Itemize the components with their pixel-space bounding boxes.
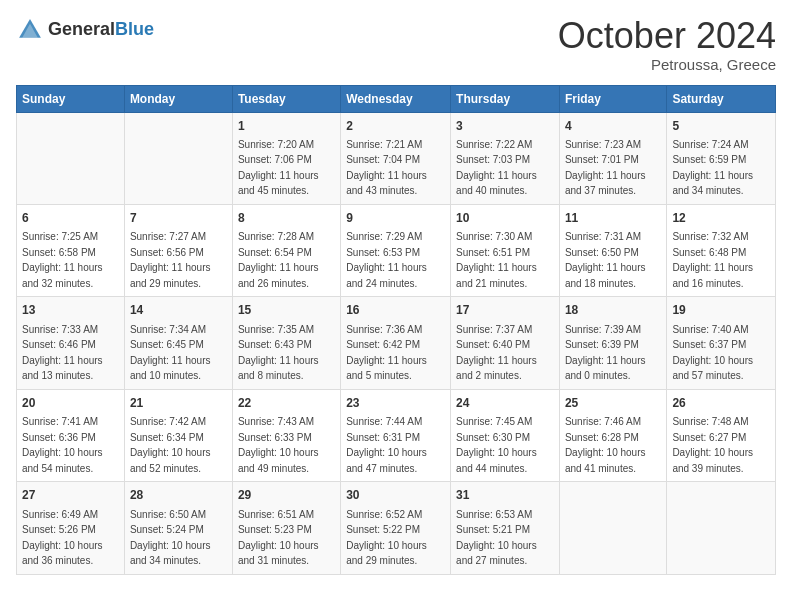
weekday-header: Monday: [124, 85, 232, 112]
weekday-header: Wednesday: [341, 85, 451, 112]
day-number: 28: [130, 487, 227, 504]
day-info: Sunrise: 7:41 AM Sunset: 6:36 PM Dayligh…: [22, 416, 103, 474]
day-number: 1: [238, 118, 335, 135]
calendar-cell: [17, 112, 125, 204]
day-info: Sunrise: 6:53 AM Sunset: 5:21 PM Dayligh…: [456, 509, 537, 567]
calendar-cell: 25Sunrise: 7:46 AM Sunset: 6:28 PM Dayli…: [559, 389, 666, 481]
day-info: Sunrise: 7:48 AM Sunset: 6:27 PM Dayligh…: [672, 416, 753, 474]
calendar-cell: 7Sunrise: 7:27 AM Sunset: 6:56 PM Daylig…: [124, 204, 232, 296]
day-info: Sunrise: 7:31 AM Sunset: 6:50 PM Dayligh…: [565, 231, 646, 289]
day-info: Sunrise: 7:30 AM Sunset: 6:51 PM Dayligh…: [456, 231, 537, 289]
day-info: Sunrise: 7:23 AM Sunset: 7:01 PM Dayligh…: [565, 139, 646, 197]
day-info: Sunrise: 7:34 AM Sunset: 6:45 PM Dayligh…: [130, 324, 211, 382]
calendar-week-row: 20Sunrise: 7:41 AM Sunset: 6:36 PM Dayli…: [17, 389, 776, 481]
day-number: 9: [346, 210, 445, 227]
calendar-cell: 19Sunrise: 7:40 AM Sunset: 6:37 PM Dayli…: [667, 297, 776, 389]
day-number: 17: [456, 302, 554, 319]
calendar-cell: 14Sunrise: 7:34 AM Sunset: 6:45 PM Dayli…: [124, 297, 232, 389]
day-info: Sunrise: 7:20 AM Sunset: 7:06 PM Dayligh…: [238, 139, 319, 197]
calendar-table: SundayMondayTuesdayWednesdayThursdayFrid…: [16, 85, 776, 575]
calendar-cell: 8Sunrise: 7:28 AM Sunset: 6:54 PM Daylig…: [232, 204, 340, 296]
day-info: Sunrise: 7:32 AM Sunset: 6:48 PM Dayligh…: [672, 231, 753, 289]
calendar-header: SundayMondayTuesdayWednesdayThursdayFrid…: [17, 85, 776, 112]
day-number: 19: [672, 302, 770, 319]
day-number: 7: [130, 210, 227, 227]
calendar-cell: 27Sunrise: 6:49 AM Sunset: 5:26 PM Dayli…: [17, 482, 125, 574]
page-header: General Blue October 2024 Petroussa, Gre…: [16, 16, 776, 73]
calendar-cell: 1Sunrise: 7:20 AM Sunset: 7:06 PM Daylig…: [232, 112, 340, 204]
location: Petroussa, Greece: [558, 56, 776, 73]
day-number: 13: [22, 302, 119, 319]
day-number: 3: [456, 118, 554, 135]
calendar-week-row: 1Sunrise: 7:20 AM Sunset: 7:06 PM Daylig…: [17, 112, 776, 204]
day-info: Sunrise: 7:42 AM Sunset: 6:34 PM Dayligh…: [130, 416, 211, 474]
day-info: Sunrise: 7:37 AM Sunset: 6:40 PM Dayligh…: [456, 324, 537, 382]
day-number: 18: [565, 302, 661, 319]
calendar-week-row: 27Sunrise: 6:49 AM Sunset: 5:26 PM Dayli…: [17, 482, 776, 574]
day-info: Sunrise: 7:21 AM Sunset: 7:04 PM Dayligh…: [346, 139, 427, 197]
calendar-cell: 24Sunrise: 7:45 AM Sunset: 6:30 PM Dayli…: [451, 389, 560, 481]
day-number: 6: [22, 210, 119, 227]
day-number: 22: [238, 395, 335, 412]
calendar-cell: 18Sunrise: 7:39 AM Sunset: 6:39 PM Dayli…: [559, 297, 666, 389]
calendar-cell: 4Sunrise: 7:23 AM Sunset: 7:01 PM Daylig…: [559, 112, 666, 204]
day-number: 31: [456, 487, 554, 504]
calendar-cell: 6Sunrise: 7:25 AM Sunset: 6:58 PM Daylig…: [17, 204, 125, 296]
weekday-header: Thursday: [451, 85, 560, 112]
calendar-cell: 21Sunrise: 7:42 AM Sunset: 6:34 PM Dayli…: [124, 389, 232, 481]
day-info: Sunrise: 6:49 AM Sunset: 5:26 PM Dayligh…: [22, 509, 103, 567]
day-number: 10: [456, 210, 554, 227]
weekday-header: Saturday: [667, 85, 776, 112]
calendar-cell: 31Sunrise: 6:53 AM Sunset: 5:21 PM Dayli…: [451, 482, 560, 574]
day-info: Sunrise: 7:43 AM Sunset: 6:33 PM Dayligh…: [238, 416, 319, 474]
calendar-cell: 16Sunrise: 7:36 AM Sunset: 6:42 PM Dayli…: [341, 297, 451, 389]
day-number: 20: [22, 395, 119, 412]
day-number: 11: [565, 210, 661, 227]
day-number: 29: [238, 487, 335, 504]
weekday-header: Friday: [559, 85, 666, 112]
day-info: Sunrise: 7:39 AM Sunset: 6:39 PM Dayligh…: [565, 324, 646, 382]
calendar-cell: 10Sunrise: 7:30 AM Sunset: 6:51 PM Dayli…: [451, 204, 560, 296]
day-number: 21: [130, 395, 227, 412]
day-number: 14: [130, 302, 227, 319]
day-info: Sunrise: 7:45 AM Sunset: 6:30 PM Dayligh…: [456, 416, 537, 474]
day-info: Sunrise: 7:27 AM Sunset: 6:56 PM Dayligh…: [130, 231, 211, 289]
calendar-cell: 11Sunrise: 7:31 AM Sunset: 6:50 PM Dayli…: [559, 204, 666, 296]
day-number: 30: [346, 487, 445, 504]
month-title: October 2024: [558, 16, 776, 56]
day-number: 26: [672, 395, 770, 412]
calendar-cell: 12Sunrise: 7:32 AM Sunset: 6:48 PM Dayli…: [667, 204, 776, 296]
calendar-cell: [667, 482, 776, 574]
day-info: Sunrise: 7:40 AM Sunset: 6:37 PM Dayligh…: [672, 324, 753, 382]
day-number: 5: [672, 118, 770, 135]
day-info: Sunrise: 7:25 AM Sunset: 6:58 PM Dayligh…: [22, 231, 103, 289]
calendar-cell: 30Sunrise: 6:52 AM Sunset: 5:22 PM Dayli…: [341, 482, 451, 574]
logo-blue: Blue: [115, 20, 154, 40]
day-info: Sunrise: 6:51 AM Sunset: 5:23 PM Dayligh…: [238, 509, 319, 567]
day-info: Sunrise: 7:44 AM Sunset: 6:31 PM Dayligh…: [346, 416, 427, 474]
day-info: Sunrise: 7:35 AM Sunset: 6:43 PM Dayligh…: [238, 324, 319, 382]
day-number: 12: [672, 210, 770, 227]
calendar-cell: [124, 112, 232, 204]
calendar-cell: 23Sunrise: 7:44 AM Sunset: 6:31 PM Dayli…: [341, 389, 451, 481]
calendar-week-row: 6Sunrise: 7:25 AM Sunset: 6:58 PM Daylig…: [17, 204, 776, 296]
day-info: Sunrise: 7:29 AM Sunset: 6:53 PM Dayligh…: [346, 231, 427, 289]
calendar-cell: 20Sunrise: 7:41 AM Sunset: 6:36 PM Dayli…: [17, 389, 125, 481]
logo-icon: [16, 16, 44, 44]
calendar-week-row: 13Sunrise: 7:33 AM Sunset: 6:46 PM Dayli…: [17, 297, 776, 389]
day-info: Sunrise: 6:52 AM Sunset: 5:22 PM Dayligh…: [346, 509, 427, 567]
day-info: Sunrise: 6:50 AM Sunset: 5:24 PM Dayligh…: [130, 509, 211, 567]
day-info: Sunrise: 7:24 AM Sunset: 6:59 PM Dayligh…: [672, 139, 753, 197]
calendar-cell: 5Sunrise: 7:24 AM Sunset: 6:59 PM Daylig…: [667, 112, 776, 204]
day-number: 23: [346, 395, 445, 412]
calendar-cell: 9Sunrise: 7:29 AM Sunset: 6:53 PM Daylig…: [341, 204, 451, 296]
calendar-cell: 2Sunrise: 7:21 AM Sunset: 7:04 PM Daylig…: [341, 112, 451, 204]
calendar-cell: 15Sunrise: 7:35 AM Sunset: 6:43 PM Dayli…: [232, 297, 340, 389]
day-number: 15: [238, 302, 335, 319]
day-info: Sunrise: 7:46 AM Sunset: 6:28 PM Dayligh…: [565, 416, 646, 474]
calendar-cell: 28Sunrise: 6:50 AM Sunset: 5:24 PM Dayli…: [124, 482, 232, 574]
day-number: 24: [456, 395, 554, 412]
day-number: 4: [565, 118, 661, 135]
calendar-cell: 22Sunrise: 7:43 AM Sunset: 6:33 PM Dayli…: [232, 389, 340, 481]
calendar-cell: 17Sunrise: 7:37 AM Sunset: 6:40 PM Dayli…: [451, 297, 560, 389]
